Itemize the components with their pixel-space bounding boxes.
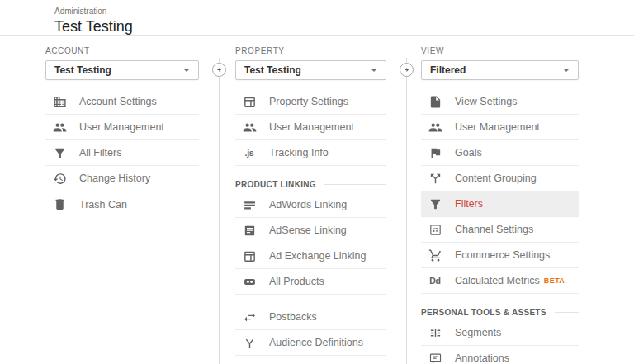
property-selector[interactable]: Test Testing (235, 60, 386, 80)
view-column-label: VIEW (421, 46, 579, 55)
menu-item-label: Segments (455, 327, 501, 338)
account-user-management-item[interactable]: User Management (45, 115, 199, 140)
menu-item-label: Account Settings (79, 96, 157, 107)
chevron-down-icon (371, 69, 377, 72)
calculated-metrics-item[interactable]: Dd Calculated Metrics BETA (421, 268, 579, 294)
section-header-rule (555, 312, 579, 313)
menu-item-label: Property Settings (269, 96, 348, 107)
all-filters-item[interactable]: All Filters (45, 140, 199, 166)
view-settings-item[interactable]: View Settings (421, 89, 579, 115)
menu-item-label: AdSense Linking (269, 225, 347, 236)
adsense-linking-item[interactable]: AdSense Linking (235, 218, 386, 243)
all-products-item[interactable]: All Products (235, 269, 386, 295)
menu-item-label: Ad Exchange Linking (269, 250, 366, 262)
menu-item-label: Change History (79, 173, 150, 184)
postbacks-item[interactable]: Postbacks (235, 305, 386, 330)
window-icon (242, 95, 257, 109)
menu-item-label: Audience Definitions (269, 337, 363, 348)
product-linking-section-header: PRODUCT LINKING (235, 176, 386, 192)
goals-item[interactable]: Goals (421, 140, 579, 166)
property-column: PROPERTY Test Testing Property Settings … (235, 46, 386, 356)
view-user-management-item[interactable]: User Management (421, 115, 579, 140)
menu-item-label: Postbacks (269, 311, 317, 323)
annotations-item[interactable]: Annotations (421, 346, 579, 364)
people-icon (242, 121, 257, 135)
split-icon (428, 172, 442, 186)
beta-badge: BETA (544, 277, 565, 285)
menu-item-label: User Management (269, 121, 354, 133)
property-settings-item[interactable]: Property Settings (235, 89, 386, 115)
building-icon (52, 95, 67, 109)
branch-icon (242, 336, 257, 350)
history-icon (52, 172, 67, 186)
account-column: ACCOUNT Test Testing Account Settings Us… (45, 46, 199, 217)
change-history-item[interactable]: Change History (45, 166, 199, 191)
view-selector-value: Filtered (430, 64, 466, 76)
property-menu: Property Settings User Management .js Tr… (235, 89, 386, 356)
menu-item-label: Tracking Info (269, 147, 329, 158)
document-icon (428, 95, 442, 109)
account-column-label: ACCOUNT (45, 46, 199, 55)
tracking-info-item[interactable]: .js Tracking Info (235, 140, 386, 166)
trash-icon (52, 197, 67, 211)
ad-exchange-linking-item[interactable]: Ad Exchange Linking (235, 243, 386, 269)
menu-item-label: Trash Can (79, 199, 127, 210)
segments-item[interactable]: Segments (421, 320, 579, 346)
audience-definitions-item[interactable]: Audience Definitions (235, 330, 386, 356)
property-selector-value: Test Testing (244, 64, 301, 76)
column-divider (219, 58, 220, 364)
view-menu: View Settings User Management Goals Cont… (421, 89, 579, 364)
property-column-label: PROPERTY (235, 46, 386, 55)
menu-item-label: All Products (269, 276, 324, 287)
lines-card-icon (242, 198, 257, 212)
account-menu: Account Settings User Management All Fil… (45, 89, 199, 217)
cart-icon (428, 248, 442, 262)
channel-settings-item[interactable]: Channel Settings (421, 217, 579, 243)
content-grouping-item[interactable]: Content Grouping (421, 166, 579, 191)
account-selector-value: Test Testing (54, 64, 111, 76)
chevron-down-icon (183, 69, 190, 72)
arrow-right-circle-icon (212, 63, 226, 77)
page-title: Test Testing (54, 18, 634, 35)
menu-item-label: User Management (79, 121, 164, 133)
section-header-rule (324, 184, 386, 185)
personal-tools-section-header: PERSONAL TOOLS & ASSETS (421, 304, 579, 320)
js-icon: .js (242, 148, 257, 158)
column-divider (406, 58, 407, 364)
view-selector[interactable]: Filtered (421, 60, 579, 80)
menu-item-label: Goals (455, 147, 482, 158)
arrow-right-circle-icon (400, 63, 414, 77)
account-selector[interactable]: Test Testing (45, 60, 199, 80)
swap-arrows-icon (242, 310, 257, 324)
menu-item-label: User Management (455, 121, 540, 133)
trash-can-item[interactable]: Trash Can (45, 191, 199, 217)
menu-item-label: Annotations (455, 352, 509, 364)
view-column: VIEW Filtered View Settings User Managem… (421, 46, 579, 364)
section-gap (235, 295, 386, 305)
speech-bubble-icon (428, 352, 442, 364)
menu-item-label: All Filters (79, 147, 121, 158)
menu-item-label: Calculated Metrics (455, 275, 540, 286)
page-header: Administration Test Testing (0, 0, 634, 36)
channel-icon (428, 223, 442, 237)
funnel-icon (52, 146, 67, 160)
all-products-icon (242, 275, 257, 289)
filters-item-active[interactable]: Filters (421, 191, 579, 217)
people-icon (428, 121, 442, 135)
menu-item-label: Ecommerce Settings (455, 249, 550, 261)
property-user-management-item[interactable]: User Management (235, 115, 386, 140)
window-icon (242, 249, 257, 263)
adwords-linking-item[interactable]: AdWords Linking (235, 192, 386, 218)
adsense-box-icon (242, 224, 257, 238)
account-settings-item[interactable]: Account Settings (45, 89, 199, 115)
menu-item-label: View Settings (455, 96, 518, 107)
dd-icon: Dd (428, 276, 442, 286)
menu-item-label: Channel Settings (455, 224, 533, 235)
breadcrumb: Administration (54, 7, 634, 16)
menu-item-label: Filters (455, 198, 483, 210)
menu-item-label: Content Grouping (455, 173, 537, 184)
people-icon (52, 121, 67, 135)
segments-icon (428, 326, 442, 340)
chevron-down-icon (563, 69, 570, 72)
ecommerce-settings-item[interactable]: Ecommerce Settings (421, 243, 579, 268)
